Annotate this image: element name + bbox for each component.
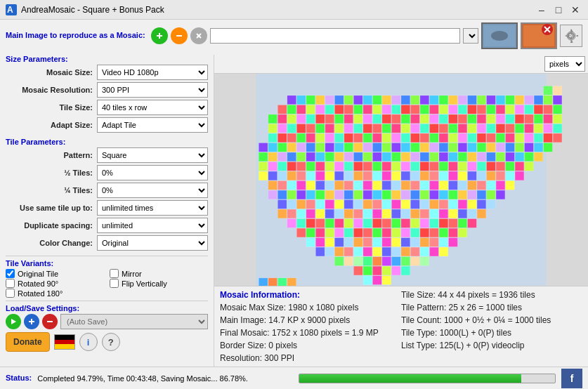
svg-rect-163 bbox=[401, 133, 410, 143]
mosaic-resolution-label: Mosaic Resolution: bbox=[6, 86, 97, 94]
settings-button[interactable]: ⚙ bbox=[560, 25, 582, 47]
svg-rect-340 bbox=[420, 190, 429, 199]
help-button[interactable]: ? bbox=[102, 333, 120, 351]
svg-rect-474 bbox=[372, 266, 381, 275]
svg-rect-260 bbox=[439, 162, 448, 171]
svg-rect-264 bbox=[477, 162, 486, 171]
tile-size-label: Tile Size: bbox=[6, 103, 97, 112]
svg-rect-317 bbox=[449, 181, 458, 190]
svg-rect-311 bbox=[391, 181, 400, 190]
info-button[interactable]: i bbox=[79, 333, 98, 351]
svg-rect-295 bbox=[496, 171, 505, 180]
svg-rect-378 bbox=[334, 209, 344, 218]
color-change-select[interactable]: Original bbox=[97, 235, 208, 251]
svg-rect-418 bbox=[334, 228, 344, 237]
mosaic-size-select[interactable]: Video HD 1080p bbox=[97, 65, 208, 80]
svg-rect-298 bbox=[268, 181, 277, 190]
svg-rect-47 bbox=[468, 95, 477, 105]
load-button[interactable] bbox=[6, 314, 21, 329]
svg-rect-152 bbox=[296, 133, 306, 143]
mosaic-canvas[interactable] bbox=[214, 74, 588, 286]
svg-rect-189 bbox=[344, 143, 353, 152]
svg-rect-242 bbox=[268, 162, 277, 171]
svg-rect-74 bbox=[439, 105, 448, 114]
quarter-tiles-select[interactable]: 0% bbox=[97, 183, 208, 198]
pixels-unit-select[interactable]: pixels cm inches bbox=[544, 56, 585, 72]
titlebar: A AndreaMosaic - Square + Bonus Pack – □… bbox=[0, 0, 588, 20]
svg-rect-438 bbox=[363, 238, 372, 247]
maximize-button[interactable]: □ bbox=[551, 3, 566, 17]
svg-rect-252 bbox=[363, 162, 372, 171]
svg-rect-76 bbox=[458, 105, 467, 114]
facebook-button[interactable]: f bbox=[561, 369, 582, 388]
half-tiles-select[interactable]: 0% bbox=[97, 165, 208, 180]
svg-rect-363 bbox=[411, 200, 420, 209]
mirror-checkbox[interactable] bbox=[110, 269, 119, 278]
tile-size-select[interactable]: 40 tiles x row bbox=[97, 100, 208, 115]
svg-rect-99 bbox=[382, 114, 391, 124]
svg-rect-300 bbox=[287, 181, 296, 190]
add-image-button[interactable] bbox=[151, 27, 168, 44]
svg-rect-351 bbox=[296, 200, 306, 209]
svg-rect-339 bbox=[411, 190, 420, 199]
rotated90-checkbox[interactable] bbox=[6, 279, 15, 288]
svg-rect-32 bbox=[325, 95, 334, 105]
svg-rect-220 bbox=[344, 152, 353, 161]
delete-button[interactable] bbox=[42, 314, 58, 329]
duplicate-select[interactable]: unlimited bbox=[97, 218, 208, 233]
thumbnail-1[interactable] bbox=[481, 22, 518, 49]
svg-rect-88 bbox=[277, 114, 287, 124]
svg-rect-109 bbox=[477, 114, 486, 124]
svg-rect-70 bbox=[401, 105, 410, 114]
list-type-info: List Type: 125(L) + 0(P) videoclip bbox=[401, 339, 582, 352]
svg-rect-376 bbox=[315, 209, 325, 218]
svg-rect-169 bbox=[458, 133, 467, 143]
svg-rect-303 bbox=[315, 181, 325, 190]
svg-rect-155 bbox=[325, 133, 334, 143]
svg-rect-31 bbox=[315, 95, 325, 105]
original-tile-checkbox[interactable] bbox=[6, 269, 15, 278]
use-same-select[interactable]: unlimited times bbox=[97, 200, 208, 216]
svg-rect-108 bbox=[468, 114, 477, 124]
minimize-button[interactable]: – bbox=[535, 3, 549, 17]
svg-rect-333 bbox=[353, 190, 362, 199]
close-button[interactable]: ✕ bbox=[568, 3, 582, 17]
remove-image-button[interactable] bbox=[171, 27, 188, 44]
svg-rect-352 bbox=[306, 200, 315, 209]
svg-rect-181 bbox=[268, 143, 277, 152]
svg-rect-274 bbox=[296, 171, 306, 180]
plus-icon bbox=[155, 31, 164, 41]
svg-rect-345 bbox=[468, 190, 477, 199]
svg-rect-223 bbox=[372, 152, 381, 161]
image-url-input[interactable] bbox=[210, 28, 460, 44]
svg-rect-58 bbox=[287, 105, 296, 114]
svg-rect-391 bbox=[458, 209, 467, 218]
svg-rect-57 bbox=[277, 105, 287, 114]
rotated180-checkbox[interactable] bbox=[6, 289, 15, 298]
svg-rect-197 bbox=[420, 143, 429, 152]
image-dropdown[interactable] bbox=[463, 28, 478, 44]
autosave-select[interactable]: (Auto Save) bbox=[60, 314, 208, 329]
svg-rect-269 bbox=[525, 162, 534, 171]
svg-rect-68 bbox=[382, 105, 391, 114]
svg-rect-153 bbox=[306, 133, 315, 143]
svg-rect-439 bbox=[372, 238, 381, 247]
adapt-size-select[interactable]: Adapt Tile bbox=[97, 117, 208, 133]
svg-rect-324 bbox=[268, 190, 277, 199]
svg-rect-62 bbox=[325, 105, 334, 114]
svg-rect-190 bbox=[353, 143, 362, 152]
mosaic-resolution-select[interactable]: 300 PPI bbox=[97, 82, 208, 98]
donate-button[interactable]: Donate bbox=[6, 332, 50, 352]
size-params-label: Size Parameters: bbox=[6, 55, 208, 63]
german-flag[interactable] bbox=[54, 334, 75, 350]
flip-checkbox[interactable] bbox=[110, 279, 119, 288]
svg-rect-182 bbox=[277, 143, 287, 152]
pattern-select[interactable]: Square bbox=[97, 147, 208, 163]
svg-rect-92 bbox=[315, 114, 325, 124]
svg-rect-289 bbox=[439, 171, 448, 180]
clear-button[interactable] bbox=[190, 27, 207, 44]
svg-rect-206 bbox=[506, 143, 515, 152]
save-new-button[interactable] bbox=[24, 314, 39, 329]
svg-rect-121 bbox=[296, 124, 306, 133]
thumbnail-2[interactable] bbox=[521, 22, 557, 49]
